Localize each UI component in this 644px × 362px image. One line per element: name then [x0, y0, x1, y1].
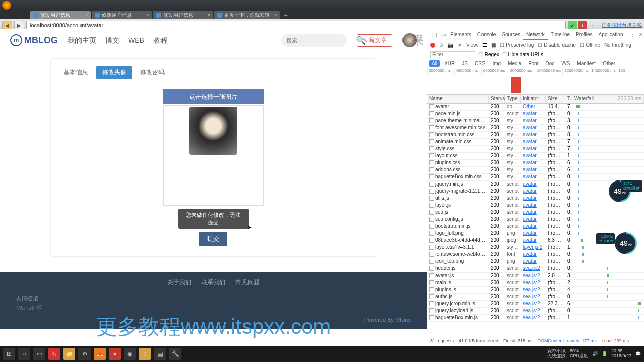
row-initiator[interactable]: avatar: [521, 195, 546, 202]
choose-image-button[interactable]: 点击选择一张图片: [163, 89, 264, 104]
tray-battery-icon[interactable]: 🔋: [602, 351, 607, 356]
view-list-icon[interactable]: ☰: [482, 42, 487, 48]
addr-action-icon[interactable]: ✓: [568, 21, 577, 30]
taskbar-app-icon[interactable]: ◉: [124, 348, 136, 360]
taskbar-app-icon[interactable]: ☺: [139, 348, 151, 360]
network-row[interactable]: plugins.css200styles...avatar(from...6..…: [427, 160, 644, 167]
devtools-tab[interactable]: Console: [474, 30, 499, 39]
devtools-tab[interactable]: Timeline: [548, 30, 573, 39]
offline-checkbox[interactable]: ☐ Offline: [580, 42, 600, 48]
hide-data-urls-checkbox[interactable]: ☐ Hide data URLs: [502, 52, 543, 57]
device-icon[interactable]: ▭: [438, 30, 446, 39]
row-initiator[interactable]: sea.js:2: [521, 265, 546, 272]
network-row[interactable]: baguetteBox.min.css200styles...avatar(fr…: [427, 174, 644, 181]
network-row[interactable]: pace-theme-minimal.css200styles...avatar…: [427, 118, 644, 125]
col-name[interactable]: Name: [427, 95, 489, 103]
row-initiator[interactable]: avatar: [521, 181, 546, 188]
devtools-tab[interactable]: Elements: [447, 30, 474, 39]
row-initiator[interactable]: avatar: [521, 111, 546, 117]
taskbar-app-icon[interactable]: 🦊: [94, 348, 106, 360]
network-row[interactable]: header.js200scriptsea.js:2(from...0...: [427, 265, 644, 273]
taskbar-app-icon[interactable]: 📁: [63, 348, 75, 360]
row-initiator[interactable]: avatar: [521, 237, 546, 244]
powered-link[interactable]: Mtons: [395, 317, 411, 323]
addr-action-icon[interactable]: ⋮: [588, 21, 597, 30]
footer-side-link[interactable]: Mtons社区: [16, 304, 421, 312]
filter-pill[interactable]: WS: [559, 60, 572, 67]
devtools-close-icon[interactable]: ✕: [636, 30, 644, 39]
row-initiator[interactable]: avatar: [521, 146, 546, 152]
search-button[interactable]: ○: [18, 348, 30, 360]
addr-action-icon[interactable]: ⤓: [578, 21, 587, 30]
tray-notif-icon[interactable]: 💬: [635, 351, 641, 356]
network-row[interactable]: icon_top.png200pngavatar(from...0...: [427, 258, 644, 265]
search-box[interactable]: 🔍: [281, 34, 347, 47]
inspect-icon[interactable]: ⬚: [429, 30, 437, 39]
taskbar-app-icon[interactable]: 🔧: [169, 348, 181, 360]
search-input[interactable]: [286, 37, 356, 43]
filter-pill[interactable]: CSS: [472, 60, 488, 67]
network-row[interactable]: fontawesome-webfont.woff...200fontavatar…: [427, 251, 644, 258]
network-row[interactable]: addons.css200styles...avatar(from...6...: [427, 167, 644, 174]
row-initiator[interactable]: avatar: [521, 251, 546, 258]
footer-link[interactable]: 常见问题: [235, 279, 260, 286]
nav-link[interactable]: 我的主页: [68, 36, 96, 44]
network-row[interactable]: sea.config.js200scriptavatar(from...0...: [427, 216, 644, 223]
devtools-tab[interactable]: Network: [523, 30, 548, 40]
row-initiator[interactable]: avatar: [521, 223, 546, 230]
tray-net[interactable]: 宽带不限 无线连接: [547, 349, 566, 359]
network-row[interactable]: jquery.jcrop.min.js200scriptsea.js:222.3…: [427, 301, 644, 308]
filter-pill[interactable]: XHR: [442, 60, 457, 67]
network-row[interactable]: sea.js200scriptavatar(from...0...: [427, 209, 644, 216]
task-view-button[interactable]: ▭: [33, 348, 45, 360]
row-initiator[interactable]: avatar: [521, 118, 546, 124]
col-waterfall[interactable]: Waterfall 200.00 ms: [572, 95, 644, 103]
row-initiator[interactable]: avatar: [521, 139, 546, 145]
close-icon[interactable]: ✕: [207, 13, 211, 18]
nav-link[interactable]: 博文: [105, 36, 119, 44]
disable-cache-checkbox[interactable]: ☐ Disable cache: [538, 42, 576, 48]
back-button[interactable]: ◀: [2, 21, 12, 30]
network-row[interactable]: jquery.lazyload.js200scriptsea.js:2(from…: [427, 308, 644, 315]
subtab[interactable]: 修改头像: [96, 66, 132, 79]
network-row[interactable]: bootstrap.min.js200scriptavatar(from...0…: [427, 223, 644, 230]
network-row[interactable]: font-awesome.min.css200styles...avatar(f…: [427, 125, 644, 132]
clear-icon[interactable]: ⊘: [439, 42, 443, 48]
col-type[interactable]: Type: [505, 95, 521, 103]
tray-clock[interactable]: 20:552018/9/27: [611, 349, 631, 359]
col-status[interactable]: Status: [489, 95, 505, 103]
network-row[interactable]: avatar200docu...Other10.4 K...7...: [427, 104, 644, 111]
row-initiator[interactable]: sea.js:2: [521, 287, 546, 293]
filter-input[interactable]: [430, 51, 475, 58]
browser-tab[interactable]: 修改用户信息✕: [30, 11, 91, 19]
taskbar-app-icon[interactable]: ⚙: [78, 348, 91, 360]
write-button[interactable]: ✎ 写文章: [357, 34, 392, 47]
taskbar-app-icon[interactable]: ▤: [154, 348, 166, 360]
tray-cpu[interactable]: 80% CPU温度: [570, 349, 588, 359]
start-button[interactable]: ⊞: [3, 348, 15, 360]
row-initiator[interactable]: avatar: [521, 230, 546, 237]
footer-link[interactable]: 联系我们: [201, 279, 225, 286]
network-row[interactable]: layer.css?v=3.1.1200styles...layer.js:2(…: [427, 244, 644, 251]
subtab[interactable]: 基本信息: [58, 66, 94, 79]
row-initiator[interactable]: avatar: [521, 202, 546, 209]
tray-sound-icon[interactable]: 🔊: [592, 351, 598, 356]
row-initiator[interactable]: avatar: [521, 188, 546, 195]
row-initiator[interactable]: avatar: [521, 209, 546, 216]
nav-link[interactable]: 教程: [153, 36, 168, 44]
row-initiator[interactable]: avatar: [521, 174, 546, 180]
row-initiator[interactable]: avatar: [521, 125, 546, 131]
nav-link[interactable]: WEB: [128, 36, 144, 44]
row-initiator[interactable]: sea.js:2: [521, 294, 546, 300]
filter-pill[interactable]: Manifest: [574, 60, 598, 67]
footer-link[interactable]: 关于我们: [167, 279, 191, 286]
row-initiator[interactable]: avatar: [521, 258, 546, 265]
row-initiator[interactable]: avatar: [521, 167, 546, 173]
throttle-select[interactable]: No throttling: [604, 42, 631, 48]
subtab[interactable]: 修改密码: [134, 66, 171, 79]
row-initiator[interactable]: avatar: [521, 132, 546, 138]
devtools-menu-icon[interactable]: ⋮: [627, 30, 635, 39]
devtools-tab[interactable]: Sources: [499, 30, 523, 39]
network-rows[interactable]: avatar200docu...Other10.4 K...7...pace.m…: [427, 104, 644, 337]
filter-pill[interactable]: Other: [600, 60, 618, 67]
